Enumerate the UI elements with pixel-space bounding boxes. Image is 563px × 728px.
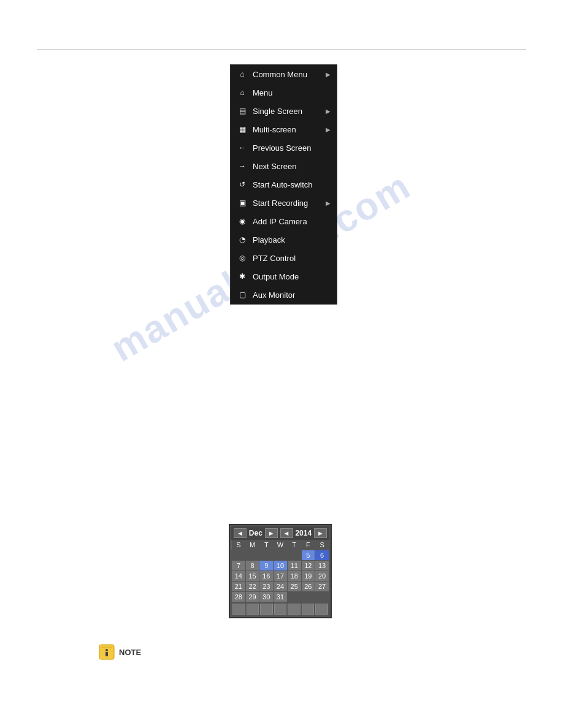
- calendar-day-cell[interactable]: 19: [301, 571, 315, 582]
- note-label: NOTE: [119, 648, 141, 657]
- calendar-day-cell[interactable]: 23: [259, 582, 274, 592]
- menu-item-menu[interactable]: ⌂Menu: [231, 83, 337, 102]
- next-month-button[interactable]: ►: [265, 528, 278, 538]
- calendar-day-cell[interactable]: 8: [245, 561, 259, 571]
- menu-icon-single-screen: ▤: [237, 105, 248, 116]
- menu-item-aux-monitor[interactable]: ▢Aux Monitor: [231, 286, 337, 304]
- menu-label-add-ip-camera: Add IP Camera: [253, 217, 331, 226]
- calendar-day-cell[interactable]: 15: [245, 571, 259, 582]
- svg-point-2: [105, 649, 108, 651]
- calendar-day-cell[interactable]: 25: [287, 582, 301, 592]
- calendar-day-cell[interactable]: 9: [259, 561, 274, 571]
- calendar-day-cell: [301, 592, 315, 602]
- calendar-day-cell[interactable]: 13: [315, 561, 329, 571]
- calendar-day-header: S: [315, 540, 329, 550]
- menu-icon-next-screen: →: [237, 161, 248, 172]
- calendar-header: ◄ Dec ► ◄ 2014 ►: [231, 526, 329, 540]
- calendar-day-header: W: [274, 540, 288, 550]
- calendar-day-cell[interactable]: 17: [274, 571, 288, 582]
- menu-label-previous-screen: Previous Screen: [253, 143, 331, 153]
- calendar-day-cell: [315, 592, 329, 602]
- calendar-day-cell[interactable]: 30: [259, 592, 274, 602]
- menu-label-output-mode: Output Mode: [253, 272, 331, 281]
- menu-arrow-multi-screen: ▶: [326, 126, 331, 133]
- calendar-day-cell[interactable]: 28: [232, 592, 246, 602]
- calendar-body: 5678910111213141516171819202122232425262…: [232, 550, 329, 602]
- cal-footer-btn-1[interactable]: [232, 604, 245, 615]
- menu-item-playback[interactable]: ◔Playback: [231, 230, 337, 249]
- menu-item-common-menu[interactable]: ⌂Common Menu▶: [231, 65, 337, 83]
- menu-label-start-recording: Start Recording: [253, 199, 326, 208]
- menu-item-add-ip-camera[interactable]: ◉Add IP Camera: [231, 212, 337, 230]
- calendar-day-cell[interactable]: 5: [301, 550, 315, 561]
- calendar-day-cell[interactable]: 6: [315, 550, 329, 561]
- calendar-footer: [231, 602, 329, 616]
- menu-item-next-screen[interactable]: →Next Screen: [231, 157, 337, 175]
- calendar-widget: ◄ Dec ► ◄ 2014 ► SMTWTFS 567891011121314…: [229, 524, 332, 618]
- calendar-day-cell[interactable]: 26: [301, 582, 315, 592]
- calendar-day-cell[interactable]: 31: [274, 592, 288, 602]
- cal-footer-btn-6[interactable]: [302, 604, 315, 615]
- menu-arrow-start-recording: ▶: [326, 200, 331, 207]
- calendar-year: 2014: [295, 529, 312, 537]
- calendar-day-headers: SMTWTFS: [232, 540, 329, 550]
- calendar-day-cell[interactable]: 7: [232, 561, 246, 571]
- calendar-day-cell[interactable]: 12: [301, 561, 315, 571]
- cal-footer-btn-7[interactable]: [315, 604, 328, 615]
- calendar-day-cell[interactable]: 22: [245, 582, 259, 592]
- top-divider: [37, 49, 526, 50]
- menu-item-single-screen[interactable]: ▤Single Screen▶: [231, 102, 337, 120]
- calendar-day-header: S: [232, 540, 246, 550]
- calendar-day-cell[interactable]: 18: [287, 571, 301, 582]
- menu-item-start-recording[interactable]: ▣Start Recording▶: [231, 194, 337, 212]
- menu-item-output-mode[interactable]: ✱Output Mode: [231, 267, 337, 286]
- note-icon: [98, 643, 115, 661]
- menu-item-multi-screen[interactable]: ▦Multi-screen▶: [231, 120, 337, 138]
- calendar-day-cell[interactable]: 29: [245, 592, 259, 602]
- cal-footer-btn-3[interactable]: [260, 604, 273, 615]
- menu-item-start-auto-switch[interactable]: ↺Start Auto-switch: [231, 175, 337, 194]
- calendar-day-cell[interactable]: 27: [315, 582, 329, 592]
- menu-item-previous-screen[interactable]: ←Previous Screen: [231, 138, 337, 157]
- calendar-day-header: T: [287, 540, 301, 550]
- menu-label-multi-screen: Multi-screen: [253, 125, 326, 134]
- calendar-day-header: F: [301, 540, 315, 550]
- calendar-day-cell: [287, 550, 301, 561]
- menu-icon-add-ip-camera: ◉: [237, 216, 248, 227]
- cal-footer-btn-4[interactable]: [274, 604, 287, 615]
- calendar-day-cell[interactable]: 21: [232, 582, 246, 592]
- cal-footer-btn-5[interactable]: [288, 604, 301, 615]
- cal-footer-btn-2[interactable]: [247, 604, 259, 615]
- menu-label-single-screen: Single Screen: [253, 107, 326, 116]
- menu-label-ptz-control: PTZ Control: [253, 254, 331, 263]
- menu-label-start-auto-switch: Start Auto-switch: [253, 180, 331, 189]
- menu-arrow-single-screen: ▶: [326, 108, 331, 115]
- calendar-day-cell[interactable]: 10: [274, 561, 288, 571]
- next-year-button[interactable]: ►: [314, 528, 327, 538]
- menu-icon-multi-screen: ▦: [237, 124, 248, 135]
- note-section: NOTE: [98, 643, 141, 661]
- menu-icon-playback: ◔: [237, 234, 248, 245]
- calendar-day-cell[interactable]: 14: [232, 571, 246, 582]
- menu-item-ptz-control[interactable]: ◎PTZ Control: [231, 249, 337, 267]
- calendar-day-cell[interactable]: 16: [259, 571, 274, 582]
- calendar-day-cell[interactable]: 11: [287, 561, 301, 571]
- calendar-day-cell: [274, 550, 288, 561]
- calendar-day-cell[interactable]: 24: [274, 582, 288, 592]
- calendar-day-cell: [259, 550, 274, 561]
- menu-label-next-screen: Next Screen: [253, 162, 331, 171]
- prev-year-button[interactable]: ◄: [280, 528, 293, 538]
- calendar-day-cell: [232, 550, 246, 561]
- menu-label-menu: Menu: [253, 88, 331, 97]
- svg-rect-3: [105, 652, 108, 656]
- menu-icon-previous-screen: ←: [237, 142, 248, 153]
- calendar-grid: SMTWTFS 56789101112131415161718192021222…: [231, 540, 329, 602]
- menu-label-playback: Playback: [253, 235, 331, 245]
- menu-label-aux-monitor: Aux Monitor: [253, 290, 331, 300]
- menu-icon-ptz-control: ◎: [237, 252, 248, 264]
- calendar-day-cell: [245, 550, 259, 561]
- prev-month-button[interactable]: ◄: [234, 528, 247, 538]
- menu-icon-common-menu: ⌂: [237, 69, 248, 80]
- context-menu: ⌂Common Menu▶⌂Menu▤Single Screen▶▦Multi-…: [230, 64, 337, 305]
- calendar-day-cell[interactable]: 20: [315, 571, 329, 582]
